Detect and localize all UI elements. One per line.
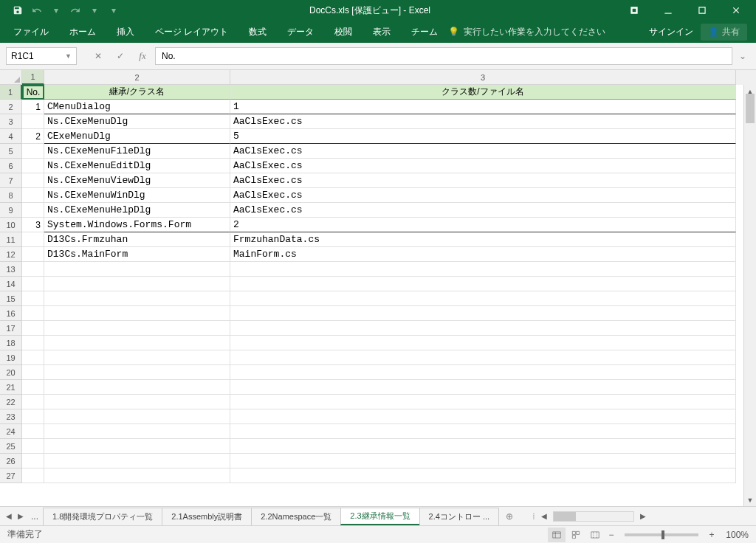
cell[interactable] <box>22 409 44 424</box>
cell[interactable] <box>22 468 44 483</box>
undo-icon[interactable] <box>28 1 46 19</box>
cell[interactable] <box>44 336 230 350</box>
cell[interactable] <box>22 173 44 188</box>
cell[interactable] <box>22 321 44 336</box>
cell[interactable] <box>22 424 44 439</box>
name-box[interactable]: ▼ <box>6 47 77 65</box>
sheet-tab-4[interactable]: 2.3継承情報一覧 <box>340 508 419 525</box>
row-header[interactable]: 25 <box>0 439 22 454</box>
vertical-scrollbar[interactable]: ▲ ▼ <box>743 85 756 506</box>
cell[interactable] <box>230 350 736 365</box>
save-icon[interactable] <box>9 1 27 19</box>
cell[interactable] <box>230 395 736 409</box>
row-header[interactable]: 19 <box>0 350 22 365</box>
close-icon[interactable] <box>719 0 753 21</box>
cell[interactable] <box>44 424 230 439</box>
cell[interactable] <box>44 321 230 336</box>
cancel-formula-icon[interactable]: ✕ <box>89 47 108 65</box>
cell[interactable]: D13Cs.MainForm <box>44 247 230 262</box>
row-header[interactable]: 9 <box>0 203 22 218</box>
cell[interactable] <box>22 395 44 409</box>
cell[interactable] <box>44 439 230 454</box>
zoom-level[interactable]: 100% <box>719 530 749 540</box>
cell[interactable] <box>22 203 44 218</box>
cell[interactable]: Ns.CExeMenuViewDlg <box>44 173 230 188</box>
share-button[interactable]: 👤 共有 <box>701 24 747 41</box>
row-header[interactable]: 23 <box>0 409 22 424</box>
row-header[interactable]: 11 <box>0 232 22 247</box>
row-header[interactable]: 22 <box>0 395 22 409</box>
ribbon-options-icon[interactable] <box>617 0 651 21</box>
cell[interactable]: クラス数/ファイル名 <box>230 85 736 100</box>
cell[interactable] <box>22 350 44 365</box>
accept-formula-icon[interactable]: ✓ <box>111 47 130 65</box>
cell[interactable]: No. <box>22 85 44 100</box>
tab-prev-icon[interactable]: ◀ <box>3 509 15 524</box>
row-header[interactable]: 3 <box>0 114 22 129</box>
tab-review[interactable]: 校閲 <box>324 21 362 43</box>
cell[interactable]: Ns.CExeMenuDlg <box>44 114 230 129</box>
row-header[interactable]: 14 <box>0 277 22 291</box>
add-sheet-icon[interactable]: ⊕ <box>501 508 518 525</box>
row-header[interactable]: 27 <box>0 468 22 483</box>
cell[interactable]: MainForm.cs <box>230 247 736 262</box>
cell[interactable] <box>230 409 736 424</box>
cell[interactable] <box>230 291 736 306</box>
qat-customize-icon[interactable]: ▾ <box>105 1 123 19</box>
cell[interactable] <box>22 247 44 262</box>
cell[interactable] <box>44 262 230 277</box>
cell[interactable]: Ns.CExeMenuEditDlg <box>44 159 230 173</box>
cell[interactable] <box>22 439 44 454</box>
cell[interactable] <box>44 454 230 468</box>
cell[interactable] <box>230 365 736 380</box>
tab-team[interactable]: チーム <box>401 21 448 43</box>
cell[interactable] <box>22 454 44 468</box>
col-header-3[interactable]: 3 <box>230 70 736 85</box>
name-box-dropdown-icon[interactable]: ▼ <box>65 52 72 60</box>
cell[interactable] <box>44 380 230 395</box>
cell[interactable]: CMenuDialog <box>44 100 230 114</box>
h-scroll-right-icon[interactable]: ▶ <box>637 509 649 524</box>
cell[interactable] <box>44 291 230 306</box>
cell[interactable]: 3 <box>22 218 44 232</box>
cell[interactable] <box>44 277 230 291</box>
tab-data[interactable]: データ <box>277 21 324 43</box>
cell[interactable]: AaClsExec.cs <box>230 203 736 218</box>
h-scroll-left-icon[interactable]: ◀ <box>538 509 550 524</box>
cell[interactable]: System.Windows.Forms.Form <box>44 218 230 232</box>
row-header[interactable]: 15 <box>0 291 22 306</box>
tab-next-icon[interactable]: ▶ <box>15 509 27 524</box>
cell[interactable] <box>230 306 736 321</box>
cell[interactable]: 継承/クラス名 <box>44 85 230 100</box>
sheet-tab-3[interactable]: 2.2Namespace一覧 <box>251 508 341 525</box>
cell[interactable]: 2 <box>22 129 44 144</box>
scroll-down-icon[interactable]: ▼ <box>744 494 756 506</box>
redo-dropdown-icon[interactable]: ▾ <box>86 1 103 19</box>
maximize-icon[interactable] <box>685 0 719 21</box>
cell[interactable] <box>22 159 44 173</box>
tab-view[interactable]: 表示 <box>362 21 401 43</box>
cell[interactable]: 1 <box>22 100 44 114</box>
minimize-icon[interactable] <box>651 0 685 21</box>
tell-me-search[interactable]: 💡 実行したい作業を入力してください <box>448 26 605 38</box>
cell[interactable]: AaClsExec.cs <box>230 159 736 173</box>
tab-insert[interactable]: 挿入 <box>106 21 145 43</box>
cell[interactable] <box>22 291 44 306</box>
row-header[interactable]: 10 <box>0 218 22 232</box>
cell[interactable] <box>44 365 230 380</box>
cell[interactable] <box>22 306 44 321</box>
cell[interactable] <box>44 409 230 424</box>
cell[interactable]: CExeMenuDlg <box>44 129 230 144</box>
cell[interactable] <box>22 380 44 395</box>
scroll-thumb[interactable] <box>746 94 755 123</box>
row-header[interactable]: 18 <box>0 336 22 350</box>
cell[interactable] <box>44 468 230 483</box>
row-header[interactable]: 21 <box>0 380 22 395</box>
cell[interactable]: 5 <box>230 129 736 144</box>
cell[interactable] <box>22 114 44 129</box>
row-header[interactable]: 1 <box>0 85 22 100</box>
cell[interactable]: D13Cs.Frmzuhan <box>44 232 230 247</box>
cell[interactable]: Ns.CExeMenuWinDlg <box>44 188 230 203</box>
row-header[interactable]: 17 <box>0 321 22 336</box>
row-header[interactable]: 4 <box>0 129 22 144</box>
